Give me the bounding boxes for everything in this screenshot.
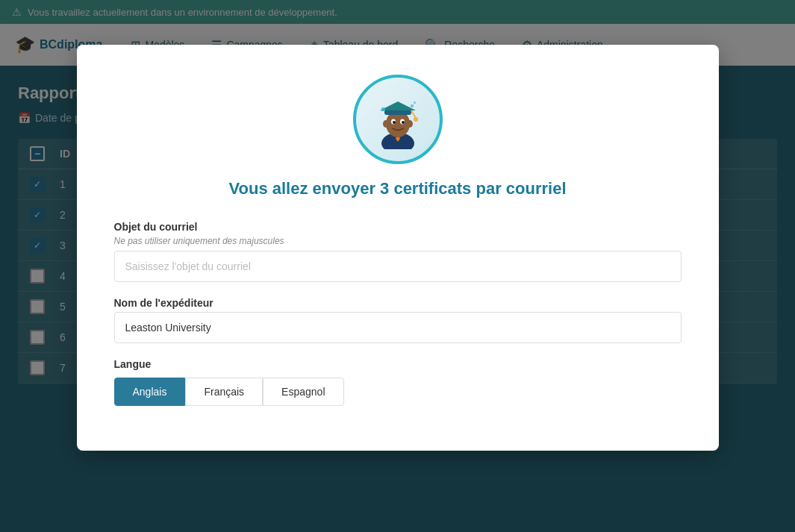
svg-rect-10 xyxy=(384,110,411,115)
svg-rect-16 xyxy=(414,101,416,104)
lang-btn-anglais[interactable]: Anglais xyxy=(114,378,186,406)
svg-point-5 xyxy=(407,120,413,128)
lang-btn-francais[interactable]: Français xyxy=(185,378,263,406)
subject-label: Objet du courriel xyxy=(114,221,682,233)
modal-title: Vous allez envoyer 3 certificats par cou… xyxy=(114,179,682,198)
svg-point-9 xyxy=(402,121,405,124)
lang-btn-espagnol[interactable]: Espagnol xyxy=(263,378,343,406)
subject-hint: Ne pas utiliser uniquement des majuscule… xyxy=(114,236,682,246)
form-group-subject: Objet du courriel Ne pas utiliser unique… xyxy=(114,221,682,282)
svg-point-13 xyxy=(414,117,418,122)
svg-rect-14 xyxy=(381,107,385,111)
language-buttons: Anglais Français Espagnol xyxy=(114,378,682,406)
avatar-svg xyxy=(368,90,428,149)
modal-dialog: Vous allez envoyer 3 certificats par cou… xyxy=(77,45,719,451)
avatar-circle xyxy=(353,75,443,164)
language-group: Langue Anglais Français Espagnol xyxy=(114,358,682,406)
svg-point-8 xyxy=(393,121,396,124)
modal-avatar xyxy=(114,75,682,164)
sender-label: Nom de l'expéditeur xyxy=(114,297,682,309)
svg-line-12 xyxy=(411,110,416,118)
modal-overlay[interactable]: Vous allez envoyer 3 certificats par cou… xyxy=(0,0,795,532)
svg-point-4 xyxy=(383,120,389,128)
sender-input[interactable] xyxy=(114,312,682,343)
form-group-sender: Nom de l'expéditeur xyxy=(114,297,682,343)
language-label: Langue xyxy=(114,358,682,370)
svg-rect-15 xyxy=(411,104,414,107)
subject-input[interactable] xyxy=(114,251,682,282)
svg-marker-11 xyxy=(380,101,416,110)
